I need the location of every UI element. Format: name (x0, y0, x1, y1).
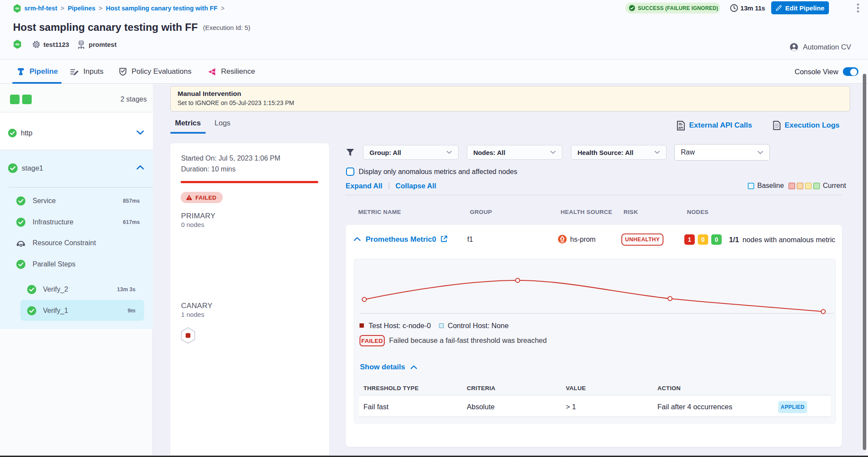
svg-text:∞: ∞ (15, 5, 19, 11)
svg-text:API: API (678, 126, 683, 129)
svg-text:∞: ∞ (15, 41, 19, 47)
